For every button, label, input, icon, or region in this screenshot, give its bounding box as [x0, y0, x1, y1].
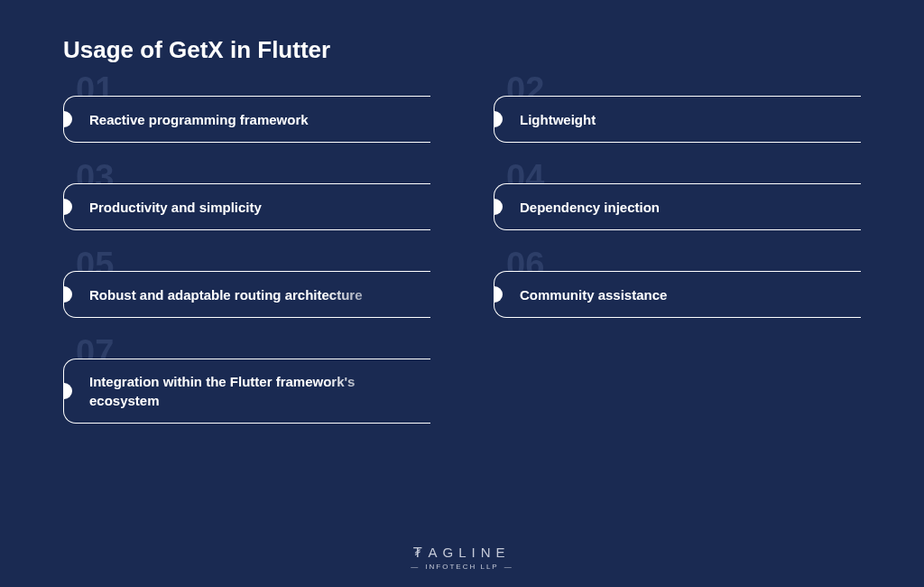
items-grid: 01 Reactive programming framework 02 Lig… [63, 96, 861, 424]
item-box: Reactive programming framework [63, 96, 430, 143]
list-item: 04 Dependency injection [494, 183, 861, 230]
item-label: Productivity and simplicity [89, 198, 262, 217]
logo-main: ₮AGLINE [405, 545, 518, 561]
list-item: 02 Lightweight [494, 96, 861, 143]
item-label: Robust and adaptable routing architectur… [89, 285, 363, 304]
list-item: 05 Robust and adaptable routing architec… [63, 271, 430, 318]
page-title: Usage of GetX in Flutter [63, 36, 861, 64]
item-box: Lightweight [494, 96, 861, 143]
list-item: 01 Reactive programming framework [63, 96, 430, 143]
item-label: Community assistance [520, 285, 667, 304]
logo: ₮AGLINE INFOTECH LLP [405, 545, 518, 571]
item-box: Community assistance [494, 271, 861, 318]
item-box: Robust and adaptable routing architectur… [63, 271, 430, 318]
list-item: 06 Community assistance [494, 271, 861, 318]
logo-sub: INFOTECH LLP [405, 563, 518, 571]
item-label: Reactive programming framework [89, 110, 309, 129]
item-label: Dependency injection [520, 198, 660, 217]
item-label: Integration within the Flutter framework… [89, 372, 412, 410]
list-item: 03 Productivity and simplicity [63, 183, 430, 230]
list-item: 07 Integration within the Flutter framew… [63, 359, 430, 424]
item-label: Lightweight [520, 110, 596, 129]
item-box: Dependency injection [494, 183, 861, 230]
item-box: Productivity and simplicity [63, 183, 430, 230]
item-box: Integration within the Flutter framework… [63, 359, 430, 424]
